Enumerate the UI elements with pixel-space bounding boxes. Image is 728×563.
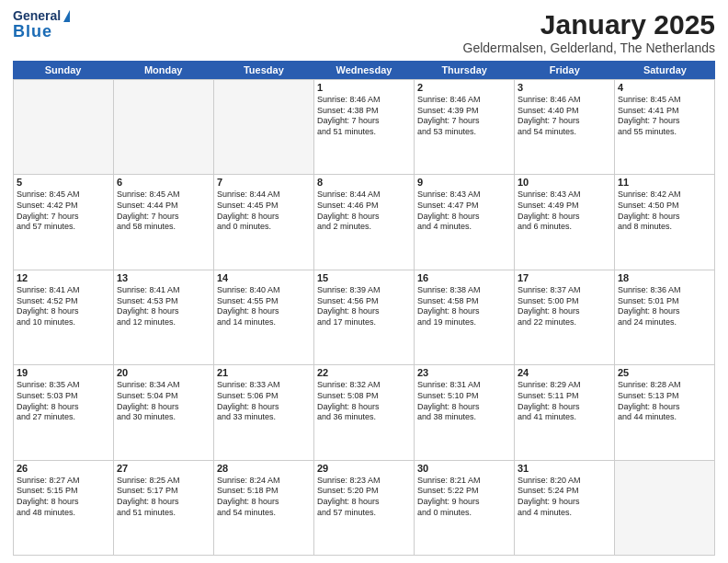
cell-info-line: and 19 minutes. xyxy=(417,317,511,328)
cal-cell: 29Sunrise: 8:23 AMSunset: 5:20 PMDayligh… xyxy=(314,461,415,555)
day-of-week-thursday: Thursday xyxy=(415,61,515,79)
cell-info-line: Daylight: 8 hours xyxy=(217,212,311,223)
cell-info-line: Sunrise: 8:33 AM xyxy=(217,380,311,391)
cal-cell: 12Sunrise: 8:41 AMSunset: 4:52 PMDayligh… xyxy=(14,270,114,364)
day-number: 9 xyxy=(417,177,511,188)
cell-info-line: and 54 minutes. xyxy=(217,508,311,519)
day-number: 24 xyxy=(518,367,611,378)
cell-info-line: Daylight: 7 hours xyxy=(317,116,411,127)
day-number: 8 xyxy=(317,177,411,188)
day-number: 22 xyxy=(317,367,411,378)
cell-info-line: Sunset: 5:15 PM xyxy=(17,486,110,497)
cell-info-line: Sunset: 5:01 PM xyxy=(618,296,711,307)
cell-info-line: Sunrise: 8:46 AM xyxy=(417,95,511,106)
cal-cell: 11Sunrise: 8:42 AMSunset: 4:50 PMDayligh… xyxy=(615,175,715,269)
cell-info-line: Sunset: 5:24 PM xyxy=(518,486,611,497)
cell-info-line: and 14 minutes. xyxy=(217,317,311,328)
cell-info-line: Sunset: 4:58 PM xyxy=(417,296,511,307)
cell-info-line: Sunset: 4:46 PM xyxy=(317,201,411,212)
cell-info-line: Sunrise: 8:37 AM xyxy=(518,285,611,296)
cell-info-line: Sunrise: 8:20 AM xyxy=(518,476,611,487)
cell-info-line: Sunrise: 8:38 AM xyxy=(417,285,511,296)
cal-cell: 4Sunrise: 8:45 AMSunset: 4:41 PMDaylight… xyxy=(615,80,715,174)
cal-cell xyxy=(14,80,114,174)
cal-cell: 14Sunrise: 8:40 AMSunset: 4:55 PMDayligh… xyxy=(214,270,314,364)
cell-info-line: Sunset: 5:20 PM xyxy=(317,486,411,497)
cell-info-line: Daylight: 8 hours xyxy=(518,212,611,223)
cell-info-line: Daylight: 8 hours xyxy=(317,306,411,317)
cal-cell: 10Sunrise: 8:43 AMSunset: 4:49 PMDayligh… xyxy=(515,175,615,269)
cal-cell xyxy=(214,80,314,174)
location: Geldermalsen, Gelderland, The Netherland… xyxy=(463,40,715,55)
cell-info-line: Sunrise: 8:41 AM xyxy=(117,285,210,296)
cell-info-line: and 10 minutes. xyxy=(17,317,110,328)
cell-info-line: and 33 minutes. xyxy=(217,412,311,423)
day-of-week-monday: Monday xyxy=(113,61,213,79)
cell-info-line: and 36 minutes. xyxy=(317,412,411,423)
cell-info-line: Sunrise: 8:34 AM xyxy=(117,380,210,391)
cell-info-line: Sunset: 5:03 PM xyxy=(17,391,110,402)
header: General Blue January 2025 Geldermalsen, … xyxy=(13,9,715,55)
cal-cell: 1Sunrise: 8:46 AMSunset: 4:38 PMDaylight… xyxy=(314,80,415,174)
cell-info-line: Daylight: 8 hours xyxy=(17,402,110,413)
day-number: 10 xyxy=(518,177,611,188)
day-number: 27 xyxy=(117,463,210,474)
calendar: SundayMondayTuesdayWednesdayThursdayFrid… xyxy=(13,61,715,556)
cell-info-line: Sunrise: 8:23 AM xyxy=(317,476,411,487)
cell-info-line: Sunrise: 8:32 AM xyxy=(317,380,411,391)
cell-info-line: and 17 minutes. xyxy=(317,317,411,328)
day-number: 11 xyxy=(618,177,711,188)
cell-info-line: Sunset: 5:08 PM xyxy=(317,391,411,402)
cell-info-line: and 57 minutes. xyxy=(317,508,411,519)
day-of-week-friday: Friday xyxy=(515,61,615,79)
cal-cell: 2Sunrise: 8:46 AMSunset: 4:39 PMDaylight… xyxy=(415,80,515,174)
cell-info-line: and 53 minutes. xyxy=(417,127,511,138)
cell-info-line: Sunset: 5:18 PM xyxy=(217,486,311,497)
cell-info-line: and 24 minutes. xyxy=(618,317,711,328)
day-number: 20 xyxy=(117,367,210,378)
cal-cell: 24Sunrise: 8:29 AMSunset: 5:11 PMDayligh… xyxy=(515,365,615,459)
cell-info-line: Daylight: 8 hours xyxy=(518,402,611,413)
cell-info-line: Daylight: 8 hours xyxy=(217,306,311,317)
day-number: 30 xyxy=(417,463,511,474)
cell-info-line: Sunrise: 8:40 AM xyxy=(217,285,311,296)
cell-info-line: Sunrise: 8:45 AM xyxy=(17,190,110,201)
cell-info-line: Sunset: 4:38 PM xyxy=(317,106,411,117)
cell-info-line: and 55 minutes. xyxy=(618,127,711,138)
cell-info-line: Daylight: 8 hours xyxy=(518,306,611,317)
cal-cell: 16Sunrise: 8:38 AMSunset: 4:58 PMDayligh… xyxy=(415,270,515,364)
day-number: 28 xyxy=(217,463,311,474)
cell-info-line: Daylight: 8 hours xyxy=(117,306,210,317)
cell-info-line: Sunrise: 8:35 AM xyxy=(17,380,110,391)
cell-info-line: Sunrise: 8:43 AM xyxy=(417,190,511,201)
cal-cell: 23Sunrise: 8:31 AMSunset: 5:10 PMDayligh… xyxy=(415,365,515,459)
cell-info-line: Sunset: 4:47 PM xyxy=(417,201,511,212)
cell-info-line: Sunset: 4:41 PM xyxy=(618,106,711,117)
cal-cell: 21Sunrise: 8:33 AMSunset: 5:06 PMDayligh… xyxy=(214,365,314,459)
cell-info-line: Sunrise: 8:39 AM xyxy=(317,285,411,296)
calendar-body: 1Sunrise: 8:46 AMSunset: 4:38 PMDaylight… xyxy=(13,79,715,556)
day-number: 29 xyxy=(317,463,411,474)
day-number: 5 xyxy=(17,177,110,188)
cell-info-line: Daylight: 7 hours xyxy=(417,116,511,127)
cal-cell xyxy=(615,461,715,555)
cal-cell: 13Sunrise: 8:41 AMSunset: 4:53 PMDayligh… xyxy=(114,270,214,364)
cal-cell: 22Sunrise: 8:32 AMSunset: 5:08 PMDayligh… xyxy=(314,365,415,459)
logo-triangle xyxy=(63,10,70,22)
cell-info-line: Sunset: 4:52 PM xyxy=(17,296,110,307)
cell-info-line: and 54 minutes. xyxy=(518,127,611,138)
cell-info-line: Daylight: 8 hours xyxy=(317,212,411,223)
cal-cell: 28Sunrise: 8:24 AMSunset: 5:18 PMDayligh… xyxy=(214,461,314,555)
logo-blue: Blue xyxy=(13,23,70,41)
day-number: 15 xyxy=(317,272,411,283)
cell-info-line: Sunset: 4:44 PM xyxy=(117,201,210,212)
day-number: 26 xyxy=(17,463,110,474)
cell-info-line: Sunset: 4:39 PM xyxy=(417,106,511,117)
cal-cell: 7Sunrise: 8:44 AMSunset: 4:45 PMDaylight… xyxy=(214,175,314,269)
day-of-week-saturday: Saturday xyxy=(615,61,715,79)
cell-info-line: Sunrise: 8:45 AM xyxy=(618,95,711,106)
cell-info-line: Sunrise: 8:27 AM xyxy=(17,476,110,487)
cell-info-line: Daylight: 8 hours xyxy=(217,497,311,508)
week-row-0: 1Sunrise: 8:46 AMSunset: 4:38 PMDaylight… xyxy=(13,79,715,174)
day-number: 2 xyxy=(417,82,511,93)
